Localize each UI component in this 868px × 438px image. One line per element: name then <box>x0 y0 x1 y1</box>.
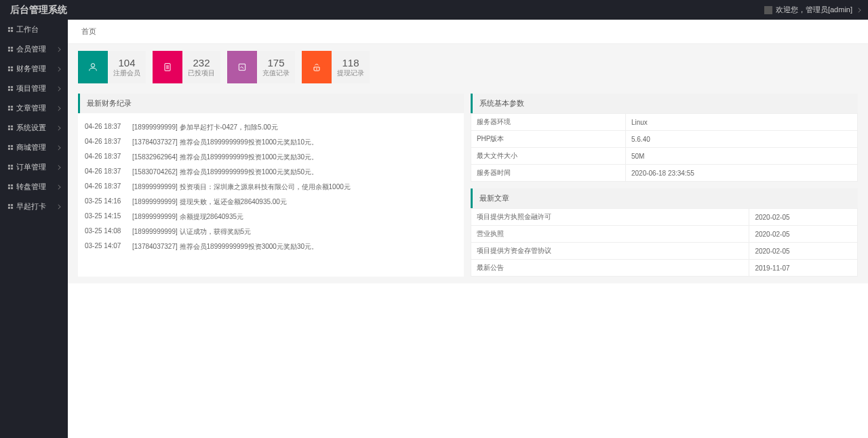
stat-card-2[interactable]: 175 充值记录 <box>227 51 295 83</box>
table-row: 最新公告 2019-11-07 <box>471 260 857 277</box>
log-time: 03-25 14:16 <box>85 197 127 207</box>
chevron-down-icon <box>856 7 861 12</box>
sidebar-item-9[interactable]: 早起打卡 <box>0 197 68 216</box>
svg-rect-16 <box>8 106 10 108</box>
article-title[interactable]: 最新公告 <box>471 260 749 277</box>
stat-card-3[interactable]: 118 提现记录 <box>302 51 370 83</box>
sys-val: 5.6.40 <box>625 131 857 148</box>
log-text: [18999999999] 余额提现28640935元 <box>132 212 457 222</box>
stat-number: 118 <box>342 57 359 68</box>
svg-rect-18 <box>8 108 10 111</box>
svg-rect-25 <box>11 145 13 147</box>
sidebar-item-8[interactable]: 转盘管理 <box>0 177 68 197</box>
system-panel-title: 系统基本参数 <box>471 94 858 113</box>
sidebar-item-label: 项目管理 <box>16 83 46 94</box>
finance-row: 03-25 14:16 [18999999999] 提现失败，返还金额28640… <box>85 195 457 210</box>
stat-number: 232 <box>193 57 210 68</box>
sidebar-item-6[interactable]: 商城管理 <box>0 138 68 157</box>
svg-rect-34 <box>8 187 10 189</box>
log-text: [18999999999] 提现失败，返还金额28640935.00元 <box>132 197 457 207</box>
finance-row: 04-26 18:37 [13784037327] 推荐会员1899999999… <box>85 135 457 150</box>
svg-rect-33 <box>11 184 13 186</box>
sidebar-item-2[interactable]: 财务管理 <box>0 59 68 79</box>
menu-icon <box>7 26 14 33</box>
sys-key: 服务器环境 <box>471 114 625 131</box>
menu-icon <box>7 105 14 112</box>
sidebar-item-label: 文章管理 <box>16 103 46 113</box>
sidebar: 工作台 会员管理 财务管理 项目管理 文章管理 <box>0 20 68 438</box>
money-icon <box>302 51 332 83</box>
menu-icon <box>7 203 14 210</box>
sidebar-item-5[interactable]: 系统设置 <box>0 118 68 138</box>
stat-label: 充值记录 <box>262 68 290 78</box>
finance-panel-title: 最新财务纪录 <box>78 94 464 113</box>
log-text: [15830704262] 推荐会员18999999999投资1000元奖励50… <box>132 167 457 177</box>
svg-rect-39 <box>11 207 13 209</box>
stat-card-1[interactable]: 232 已投项目 <box>153 51 220 83</box>
sys-key: 最大文件大小 <box>471 148 625 165</box>
user-menu[interactable]: 欢迎您，管理员[admin] <box>764 5 861 15</box>
note-icon <box>227 51 257 83</box>
finance-row: 03-25 14:07 [13784037327] 推荐会员1899999999… <box>85 239 457 254</box>
finance-row: 04-26 18:37 [15832962964] 推荐会员1899999999… <box>85 150 457 165</box>
finance-row: 03-25 14:08 [18999999999] 认证成功，获得奖励5元 <box>85 224 457 239</box>
sidebar-item-1[interactable]: 会员管理 <box>0 39 68 59</box>
finance-row: 04-26 18:37 [18999999999] 投资项目：深圳康之源泉科技有… <box>85 180 457 195</box>
chevron-right-icon <box>56 125 61 130</box>
chevron-right-icon <box>56 165 61 170</box>
sys-val: 2020-06-18 23:34:55 <box>625 165 857 182</box>
chevron-right-icon <box>56 66 61 71</box>
svg-rect-37 <box>11 204 13 206</box>
chevron-right-icon <box>56 145 61 150</box>
log-time: 03-25 14:08 <box>85 227 127 237</box>
finance-row: 04-26 18:37 [18999999999] 参加早起打卡-0427，扣除… <box>85 120 457 135</box>
stat-card-0[interactable]: 104 注册会员 <box>78 51 146 83</box>
stat-label: 提现记录 <box>337 68 364 78</box>
svg-rect-23 <box>11 128 13 130</box>
menu-icon <box>7 144 14 151</box>
menu-icon <box>7 184 14 191</box>
svg-rect-30 <box>8 167 10 170</box>
log-text: [15832962964] 推荐会员18999999999投资1000元奖励30… <box>132 153 457 162</box>
articles-panel-title: 最新文章 <box>471 188 858 208</box>
svg-rect-10 <box>8 69 10 71</box>
svg-rect-5 <box>11 47 13 49</box>
article-title[interactable]: 营业执照 <box>471 226 749 243</box>
table-row: 服务器时间 2020-06-18 23:34:55 <box>471 165 857 182</box>
log-time: 04-26 18:37 <box>85 182 127 192</box>
sidebar-item-3[interactable]: 项目管理 <box>0 79 68 98</box>
article-date: 2020-02-05 <box>749 209 858 226</box>
svg-rect-31 <box>11 167 13 170</box>
svg-point-40 <box>91 64 94 67</box>
menu-icon <box>7 46 14 53</box>
sidebar-item-7[interactable]: 订单管理 <box>0 157 68 177</box>
chevron-right-icon <box>56 204 61 209</box>
chevron-right-icon <box>56 106 61 111</box>
sidebar-item-label: 商城管理 <box>16 142 46 153</box>
svg-rect-14 <box>8 89 10 91</box>
tab-home[interactable]: 首页 <box>78 20 100 43</box>
svg-rect-2 <box>8 30 10 32</box>
svg-rect-1 <box>11 27 13 29</box>
log-time: 03-25 14:15 <box>85 212 127 222</box>
log-time: 03-25 14:07 <box>85 242 127 252</box>
log-time: 04-26 18:37 <box>85 167 127 177</box>
sidebar-item-0[interactable]: 工作台 <box>0 20 68 39</box>
log-text: [13784037327] 推荐会员18999999999投资3000元奖励30… <box>132 242 457 252</box>
sys-val: 50M <box>625 148 857 165</box>
article-title[interactable]: 项目提供方资金存管协议 <box>471 243 749 260</box>
app-title: 后台管理系统 <box>7 4 67 16</box>
sidebar-item-label: 转盘管理 <box>16 182 46 192</box>
svg-rect-35 <box>11 187 13 189</box>
svg-rect-15 <box>11 89 13 91</box>
svg-rect-11 <box>11 69 13 71</box>
svg-rect-3 <box>11 30 13 32</box>
svg-rect-19 <box>11 108 13 111</box>
menu-icon <box>7 164 14 171</box>
log-time: 04-26 18:37 <box>85 123 127 132</box>
sys-key: 服务器时间 <box>471 165 625 182</box>
article-title[interactable]: 项目提供方执照金融许可 <box>471 209 749 226</box>
svg-rect-32 <box>8 184 10 186</box>
sys-key: PHP版本 <box>471 131 625 148</box>
sidebar-item-4[interactable]: 文章管理 <box>0 98 68 118</box>
